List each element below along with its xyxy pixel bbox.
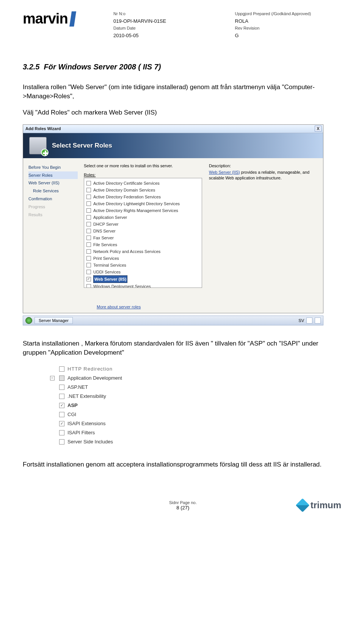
tree-row[interactable]: ASP.NET	[42, 383, 141, 392]
role-row[interactable]: Active Directory Certificate Services	[86, 180, 199, 187]
role-row[interactable]: Active Directory Rights Management Servi…	[86, 207, 199, 214]
checkbox-icon[interactable]: ✓	[59, 421, 64, 426]
paragraph-1: Installera rollen "Web Server" (om inte …	[23, 83, 341, 101]
checkbox-icon[interactable]	[86, 181, 91, 185]
role-row[interactable]: File Services	[86, 241, 199, 248]
taskbar[interactable]: Server Manager SV	[23, 316, 323, 325]
tree-label: HTTP Redirection	[67, 364, 113, 374]
wizard-nav-item[interactable]: Results	[28, 211, 78, 219]
role-row[interactable]: Terminal Services	[86, 262, 199, 269]
meta-rev-value: G	[235, 32, 342, 40]
role-row[interactable]: UDDI Services	[86, 269, 199, 275]
checkbox-icon[interactable]: ✓	[59, 403, 64, 408]
role-name: DHCP Server	[93, 221, 118, 228]
checkbox-icon[interactable]	[86, 215, 91, 220]
checkbox-icon[interactable]	[86, 242, 91, 247]
roles-list[interactable]: Active Directory Certificate ServicesAct…	[84, 178, 202, 288]
checkbox-icon[interactable]	[59, 439, 64, 445]
role-row[interactable]: Print Services	[86, 255, 199, 262]
description-text: Web Server (IIS) provides a reliable, ma…	[209, 170, 318, 181]
checkbox-icon[interactable]	[59, 375, 64, 381]
page-number-block: Sidnr Page no. 8 (27)	[68, 500, 298, 511]
role-row[interactable]: Fax Server	[86, 234, 199, 241]
role-name: Windows Deployment Services	[93, 283, 151, 288]
role-row[interactable]: Active Directory Lightweight Directory S…	[86, 200, 199, 207]
close-button[interactable]: X	[315, 126, 322, 132]
tree-row[interactable]: CGI	[42, 410, 141, 419]
page-footer: Sidnr Page no. 8 (27) trimum	[23, 500, 341, 511]
checkbox-icon[interactable]	[59, 412, 64, 417]
wizard-nav-item[interactable]: Web Server (IIS)	[28, 179, 78, 187]
checkbox-icon[interactable]	[59, 430, 64, 435]
role-row[interactable]: Network Policy and Access Services	[86, 248, 199, 255]
checkbox-icon[interactable]	[86, 270, 91, 274]
checkbox-icon[interactable]	[59, 385, 64, 390]
role-row[interactable]: DNS Server	[86, 228, 199, 234]
role-row[interactable]: DHCP Server	[86, 221, 199, 228]
wizard-nav-item[interactable]: Role Services	[28, 187, 78, 195]
role-name: Network Policy and Access Services	[93, 248, 160, 255]
application-development-tree: HTTP Redirection−Application Development…	[42, 364, 141, 446]
role-row[interactable]: Windows Deployment Services	[86, 283, 199, 288]
svg-marker-0	[69, 11, 76, 27]
checkbox-icon[interactable]	[86, 256, 91, 261]
add-roles-wizard: Add Roles Wizard X Select Server Roles B…	[23, 124, 323, 313]
tray-icon[interactable]	[306, 317, 312, 324]
role-row[interactable]: ✓Web Server (IIS)	[86, 275, 199, 283]
page-number-label: Sidnr Page no.	[68, 500, 298, 505]
tray-icon[interactable]	[315, 317, 321, 324]
description-link[interactable]: Web Server (IIS)	[209, 170, 240, 174]
tree-row[interactable]: Server Side Includes	[42, 437, 141, 446]
wizard-nav-item[interactable]: Confirmation	[28, 195, 78, 203]
expander-icon[interactable]: −	[50, 376, 55, 380]
checkbox-icon[interactable]	[86, 249, 91, 254]
diamond-icon	[295, 498, 309, 512]
tree-label: ASP	[67, 401, 78, 410]
meta-rev-label: Rev Revision	[235, 25, 342, 32]
wizard-nav-item[interactable]: Before You Begin	[28, 163, 78, 171]
role-name: DNS Server	[93, 228, 116, 234]
checkbox-icon[interactable]	[86, 222, 91, 226]
role-row[interactable]: Application Server	[86, 214, 199, 221]
tree-label: Server Side Includes	[67, 437, 113, 446]
tree-row[interactable]: ISAPI Filters	[42, 428, 141, 437]
checkbox-icon[interactable]	[86, 208, 91, 213]
checkbox-icon[interactable]	[86, 195, 91, 199]
wizard-titlebar[interactable]: Add Roles Wizard X	[23, 125, 323, 133]
trimum-text: trimum	[311, 500, 341, 511]
roles-intro: Select one or more roles to install on t…	[84, 163, 202, 168]
section-heading: För Windows Server 2008 ( IIS 7)	[44, 63, 161, 71]
marvin-logo: marvin	[23, 11, 104, 27]
meta-date-value: 2010-05-05	[113, 32, 220, 40]
wizard-title: Add Roles Wizard	[25, 126, 61, 131]
role-name: File Services	[93, 241, 117, 248]
checkbox-icon[interactable]	[86, 263, 91, 267]
tree-row[interactable]: ✓ASP	[42, 401, 141, 410]
checkbox-icon[interactable]	[86, 201, 91, 206]
wizard-nav-item[interactable]: Server Roles	[28, 171, 78, 179]
role-row[interactable]: Active Directory Federation Services	[86, 193, 199, 200]
tree-row[interactable]: .NET Extensibility	[42, 392, 141, 401]
roles-label: Roles:	[84, 173, 96, 177]
tree-row[interactable]: ✓ISAPI Extensions	[42, 419, 141, 428]
tree-row[interactable]: HTTP Redirection	[42, 364, 141, 374]
start-button-icon[interactable]	[25, 317, 32, 324]
document-meta: Nr N:o 019-OPI-MARVIN-01SE Datum Date 20…	[113, 11, 341, 40]
checkbox-icon[interactable]	[86, 284, 91, 288]
more-about-roles-link[interactable]: More about server roles	[23, 302, 323, 313]
checkbox-icon[interactable]	[59, 366, 64, 372]
role-row[interactable]: Active Directory Domain Services	[86, 187, 199, 193]
wizard-nav-item[interactable]: Progress	[28, 203, 78, 211]
checkbox-icon[interactable]: ✓	[86, 277, 91, 281]
checkbox-icon[interactable]	[86, 229, 91, 233]
meta-nr-label: Nr N:o	[113, 11, 220, 17]
checkbox-icon[interactable]	[86, 188, 91, 192]
tree-label: CGI	[67, 410, 76, 419]
taskbar-server-manager-button[interactable]: Server Manager	[35, 317, 73, 324]
trimum-logo: trimum	[298, 500, 341, 511]
role-name: Active Directory Rights Management Servi…	[93, 207, 178, 214]
tree-row[interactable]: −Application Development	[42, 374, 141, 383]
checkbox-icon[interactable]	[59, 394, 64, 399]
checkbox-icon[interactable]	[86, 236, 91, 240]
language-indicator[interactable]: SV	[298, 318, 304, 323]
